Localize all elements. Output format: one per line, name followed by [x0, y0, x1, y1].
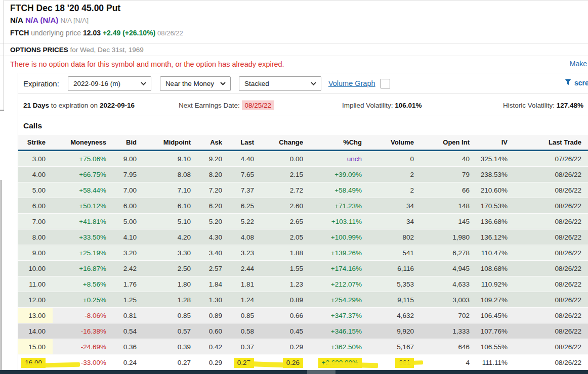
cell-moneyness: -16.38% [53, 323, 113, 339]
cell-last: 4.08 [229, 229, 261, 245]
underlying-change: +2.49 (+26.10%) [103, 29, 155, 37]
cell-strike: 12.00 [18, 292, 53, 308]
cell-bid: 5.00 [113, 214, 144, 229]
cell-openint: 646 [421, 339, 477, 355]
cell-last: 1.24 [229, 292, 261, 308]
cell-moneyness: +33.50% [53, 229, 113, 245]
cell-openint: 1,980 [421, 229, 477, 245]
cell-ask: 1.84 [198, 276, 229, 292]
filter-funnel-icon [565, 79, 571, 87]
left-panel-edge-bottom [1, 180, 2, 374]
cell-iv: 106.45% [477, 308, 515, 323]
cell-moneyness: -24.69% [53, 339, 113, 355]
cell-strike: 4.00 [18, 167, 53, 182]
table-row: 7.00+41.81%5.005.105.205.222.65+103.11%3… [18, 214, 588, 229]
cell-change: 1.55 [261, 261, 310, 276]
cell-change: 2.60 [261, 198, 310, 214]
quote-change: N/A (N/A) [25, 16, 58, 24]
col-header-change: Change [261, 135, 310, 151]
view-mode-select[interactable]: Stacked [239, 76, 321, 91]
cell-moneyness: +58.44% [53, 182, 113, 198]
cell-openint: 4,945 [421, 261, 477, 276]
cell-bid: 2.42 [113, 261, 144, 276]
expiration-select[interactable]: 2022-09-16 (m) [68, 76, 151, 91]
stats-row: 21 Days to expiration on 2022-09-16 Next… [18, 94, 588, 116]
cell-strike: 13.00 [18, 308, 53, 323]
cell-lasttrade: 08/26/22 [515, 339, 588, 355]
expiration-label: Expiration: [23, 79, 59, 88]
col-header-lasttrade: Last Trade [515, 135, 588, 151]
cell-volume: 34 [369, 214, 421, 229]
make-link[interactable]: Make [570, 60, 587, 68]
cell-openint: 4,633 [421, 276, 477, 292]
cell-midpoint: 8.08 [144, 167, 198, 182]
cell-bid: 9.00 [113, 151, 144, 167]
volume-graph-checkbox[interactable] [381, 79, 390, 88]
cell-midpoint: 2.50 [144, 261, 198, 276]
col-header-last: Last [229, 135, 261, 151]
cell-strike: 14.00 [18, 323, 53, 339]
col-header-pctchg: %Chg [310, 135, 369, 151]
options-prices-header: OPTIONS PRICES for Wed, Dec 31st, 1969 [0, 43, 588, 56]
calls-table-header-row: StrikeMoneynessBidMidpointAskLastChange%… [18, 135, 588, 151]
cell-moneyness: +8.56% [53, 276, 113, 292]
cell-pctchg: unch [310, 151, 369, 167]
cell-last: 0.85 [229, 308, 261, 323]
table-row: 8.00+33.50%4.104.204.304.082.05+100.99%8… [18, 229, 588, 245]
quote-summary-line: N/A N/A (N/A) N/A [N/A] [10, 15, 588, 26]
implied-volatility: Implied Volatility: 106.01% [342, 101, 422, 109]
strikes-filter-value: Near the Money [165, 80, 214, 87]
earnings-date-badge: 08/25/22 [242, 100, 275, 110]
cell-last: 7.37 [229, 182, 261, 198]
col-header-openint: Open Int [421, 135, 477, 151]
table-row: 6.00+50.12%6.006.106.206.252.60+71.23%34… [18, 198, 588, 214]
col-header-bid: Bid [113, 135, 144, 151]
col-header-iv: IV [477, 135, 515, 151]
expiration-select-value: 2022-09-16 (m) [73, 80, 120, 87]
cell-change: 0.00 [261, 151, 310, 167]
cell-last: 4.40 [229, 151, 261, 167]
view-mode-value: Stacked [244, 80, 269, 87]
cell-openint: 702 [421, 308, 477, 323]
screener-link[interactable]: scree [565, 79, 588, 87]
days-to-expiration: 21 Days to expiration on 2022-09-16 [23, 101, 135, 109]
cell-midpoint: 7.10 [144, 182, 198, 198]
cell-iv: 136.68% [477, 214, 515, 229]
table-row: 13.00-8.06%0.810.850.890.850.66+347.37%4… [18, 308, 588, 323]
cell-iv: 109.27% [477, 292, 515, 308]
cell-openint: 3,003 [421, 292, 477, 308]
cell-lasttrade: 08/26/22 [515, 261, 588, 276]
chevron-down-icon [311, 82, 316, 85]
cell-openint: 145 [421, 214, 477, 229]
cell-bid: 0.24 [113, 355, 144, 370]
cell-lasttrade: 08/26/22 [515, 308, 588, 323]
table-row: 10.00+16.87%2.422.502.572.441.55+174.16%… [18, 261, 588, 276]
cell-ask: 0.89 [198, 308, 229, 323]
strikes-filter-select[interactable]: Near the Money [160, 76, 231, 91]
underlying-price-line: FTCH underlying price 12.03 +2.49 (+26.1… [10, 27, 588, 39]
cell-last: 5.22 [229, 214, 261, 229]
cell-bid: 7.95 [113, 167, 144, 182]
iv-value: 106.01% [395, 101, 422, 109]
cell-bid: 3.20 [113, 245, 144, 261]
masthead: FTCH Dec 18 '20 45.00 Put N/A N/A (N/A) … [0, 0, 588, 39]
cell-ask: 6.20 [198, 198, 229, 214]
historic-volatility: Historic Volatility: 127.48% [503, 101, 583, 109]
options-quote-page: FTCH Dec 18 '20 45.00 Put N/A N/A (N/A) … [0, 0, 588, 374]
cell-last: 7.65 [229, 167, 261, 182]
underlying-date: 08/26/22 [157, 29, 183, 37]
horizontal-scrollbar[interactable] [0, 370, 588, 374]
calls-section-title: Calls [18, 116, 588, 135]
cell-midpoint: 1.28 [144, 292, 198, 308]
cell-ask: 0.60 [198, 323, 229, 339]
cell-volume: 5,353 [369, 276, 421, 292]
quote-extra: N/A [N/A] [60, 17, 89, 24]
cell-lasttrade: 08/26/22 [515, 355, 588, 370]
cell-iv: 108.68% [477, 261, 515, 276]
volume-graph-link[interactable]: Volume Graph [328, 79, 375, 87]
scrollbar-thumb[interactable] [307, 370, 335, 374]
col-header-volume: Volume [369, 135, 421, 151]
cell-volume: 2 [369, 182, 421, 198]
cell-midpoint: 5.10 [144, 214, 198, 229]
cell-moneyness: +16.87% [53, 261, 113, 276]
